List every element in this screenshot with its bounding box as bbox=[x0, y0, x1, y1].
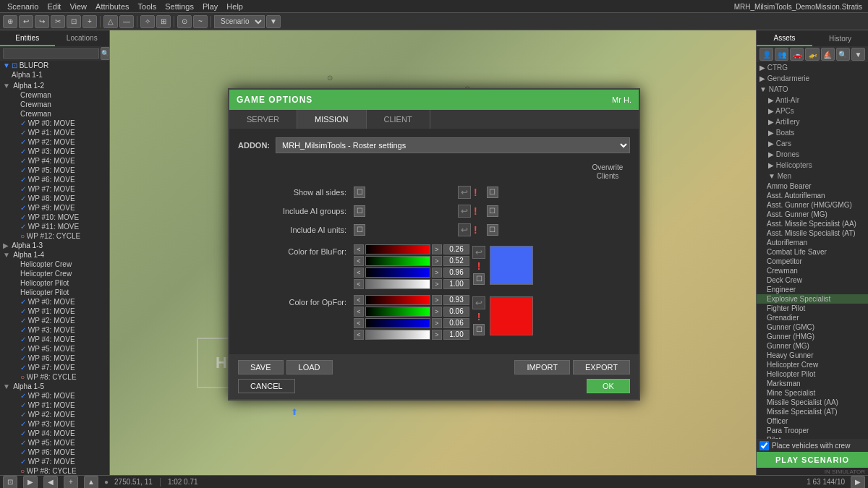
save-button[interactable]: SAVE bbox=[238, 360, 284, 374]
blufor-red-row: < > 0.26 bbox=[354, 244, 469, 254]
dialog-title: GAME OPTIONS bbox=[237, 95, 312, 105]
opfor-blue-row: < > 0.06 bbox=[354, 318, 469, 328]
blufor-undo-btn[interactable]: ↩ bbox=[472, 246, 485, 259]
opfor-alpha-less[interactable]: < bbox=[354, 330, 364, 340]
overwrite-clients-header: OverwriteClients bbox=[590, 163, 626, 181]
dialog-scroll-area: Show all sides: ☐ ↩ ! ☐ Include AI group… bbox=[238, 184, 630, 346]
dialog-tabs: SERVER MISSION CLIENT bbox=[229, 110, 639, 129]
load-button[interactable]: LOAD bbox=[286, 360, 333, 374]
addon-select[interactable]: MRH_MilsimTools - Roster settings bbox=[276, 137, 630, 153]
color-opfor-block: Color for OpFor: < > 0.93 < bbox=[238, 295, 630, 341]
show-all-sides-controls: ☐ ↩ ! ☐ bbox=[354, 186, 505, 199]
dialog-header: GAME OPTIONS Mr H. bbox=[229, 90, 639, 110]
opfor-green-more[interactable]: > bbox=[432, 307, 442, 317]
include-ai-units-undo[interactable]: ↩ bbox=[458, 223, 471, 236]
dialog-overlay: GAME OPTIONS Mr H. SERVER MISSION CLIENT… bbox=[0, 0, 868, 488]
dialog-footer: SAVE LOAD IMPORT EXPORT CANCEL OK bbox=[229, 354, 639, 399]
dialog-tab-server[interactable]: SERVER bbox=[229, 110, 297, 129]
show-all-sides-undo[interactable]: ↩ bbox=[458, 186, 471, 199]
include-ai-groups-undo[interactable]: ↩ bbox=[458, 205, 471, 218]
opfor-color-preview bbox=[490, 296, 533, 335]
setting-row-include-ai-units: Include AI units: ☐ ↩ ! ☐ bbox=[238, 221, 630, 239]
opfor-red-value: 0.93 bbox=[443, 295, 469, 305]
include-ai-groups-label: Include AI groups: bbox=[238, 207, 354, 215]
opfor-blue-more[interactable]: > bbox=[432, 318, 442, 328]
blufor-alpha-value: 1.00 bbox=[443, 279, 469, 289]
blufor-green-bar bbox=[365, 256, 430, 266]
opfor-alpha-bar bbox=[365, 330, 430, 340]
opfor-warn: ! bbox=[477, 311, 481, 322]
blufor-green-less[interactable]: < bbox=[354, 256, 364, 266]
color-blufor-block: Color for BluFor: < > 0.26 < bbox=[238, 244, 630, 291]
include-ai-groups-warn: ! bbox=[474, 205, 477, 217]
include-ai-groups-controls: ☐ ↩ ! ☐ bbox=[354, 205, 505, 218]
color-blufor-label: Color for BluFor: bbox=[238, 244, 354, 256]
include-ai-groups-overwrite[interactable]: ☐ bbox=[487, 205, 498, 217]
blufor-side-controls: ↩ ! ☐ bbox=[472, 244, 485, 285]
opfor-alpha-value: 1.00 bbox=[443, 330, 469, 340]
opfor-green-row: < > 0.06 bbox=[354, 307, 469, 317]
opfor-undo-btn[interactable]: ↩ bbox=[472, 296, 485, 309]
blufor-alpha-less[interactable]: < bbox=[354, 279, 364, 289]
export-button[interactable]: EXPORT bbox=[573, 360, 630, 374]
include-ai-groups-checkbox[interactable]: ☐ bbox=[354, 205, 365, 217]
opfor-blue-value: 0.06 bbox=[443, 318, 469, 328]
import-button[interactable]: IMPORT bbox=[514, 360, 570, 374]
blufor-blue-more[interactable]: > bbox=[432, 267, 442, 278]
opfor-blue-less[interactable]: < bbox=[354, 318, 364, 328]
game-options-dialog: GAME OPTIONS Mr H. SERVER MISSION CLIENT… bbox=[228, 88, 640, 401]
blufor-blue-less[interactable]: < bbox=[354, 267, 364, 278]
include-ai-units-checkbox[interactable]: ☐ bbox=[354, 224, 365, 236]
show-all-sides-overwrite[interactable]: ☐ bbox=[487, 187, 498, 198]
dialog-tab-client[interactable]: CLIENT bbox=[367, 110, 430, 129]
blufor-blue-bar bbox=[365, 267, 430, 278]
blufor-green-more[interactable]: > bbox=[432, 256, 442, 266]
opfor-overwrite-checkbox[interactable]: ☐ bbox=[473, 324, 485, 335]
blufor-warn: ! bbox=[477, 260, 481, 272]
setting-row-show-all-sides: Show all sides: ☐ ↩ ! ☐ bbox=[238, 184, 630, 201]
color-opfor-sliders: < > 0.93 < > 0.06 bbox=[354, 295, 469, 341]
show-all-sides-label: Show all sides: bbox=[238, 188, 354, 197]
footer-top-buttons: SAVE LOAD IMPORT EXPORT bbox=[238, 360, 630, 374]
addon-row: ADDON: MRH_MilsimTools - Roster settings bbox=[238, 137, 630, 153]
show-all-sides-checkbox[interactable]: ☐ bbox=[354, 187, 365, 198]
dialog-content: ADDON: MRH_MilsimTools - Roster settings… bbox=[229, 129, 639, 354]
include-ai-units-warn: ! bbox=[474, 224, 477, 236]
cancel-button[interactable]: CANCEL bbox=[238, 379, 295, 393]
opfor-green-value: 0.06 bbox=[443, 307, 469, 317]
color-blufor-sliders: < > 0.26 < > 0.52 bbox=[354, 244, 469, 291]
opfor-red-more[interactable]: > bbox=[432, 295, 442, 305]
blufor-blue-value: 0.96 bbox=[443, 267, 469, 278]
include-ai-units-label: Include AI units: bbox=[238, 226, 354, 234]
opfor-side-controls: ↩ ! ☐ bbox=[472, 295, 485, 335]
ok-button[interactable]: OK bbox=[587, 379, 630, 393]
addon-label: ADDON: bbox=[238, 141, 270, 150]
opfor-red-bar bbox=[365, 295, 430, 305]
blufor-red-bar bbox=[365, 244, 430, 254]
color-opfor-label: Color for OpFor: bbox=[238, 295, 354, 307]
setting-row-include-ai-groups: Include AI groups: ☐ ↩ ! ☐ bbox=[238, 202, 630, 220]
blufor-color-preview bbox=[490, 246, 533, 285]
show-all-sides-warn: ! bbox=[474, 187, 477, 198]
blufor-overwrite-checkbox[interactable]: ☐ bbox=[473, 273, 485, 285]
dialog-user: Mr H. bbox=[612, 95, 631, 104]
blufor-red-more[interactable]: > bbox=[432, 244, 442, 254]
blufor-alpha-bar bbox=[365, 279, 430, 289]
opfor-blue-bar bbox=[365, 318, 430, 328]
include-ai-units-controls: ☐ ↩ ! ☐ bbox=[354, 223, 505, 236]
include-ai-units-overwrite[interactable]: ☐ bbox=[487, 224, 498, 236]
blufor-red-less[interactable]: < bbox=[354, 244, 364, 254]
opfor-alpha-row: < > 1.00 bbox=[354, 330, 469, 340]
blufor-green-row: < > 0.52 bbox=[354, 256, 469, 266]
opfor-green-bar bbox=[365, 307, 430, 317]
blufor-alpha-row: < > 1.00 bbox=[354, 279, 469, 289]
dialog-tab-mission[interactable]: MISSION bbox=[297, 110, 366, 129]
blufor-blue-row: < > 0.96 bbox=[354, 267, 469, 278]
opfor-red-less[interactable]: < bbox=[354, 295, 364, 305]
footer-bottom-buttons: CANCEL OK bbox=[238, 379, 630, 393]
blufor-alpha-more[interactable]: > bbox=[432, 279, 442, 289]
opfor-green-less[interactable]: < bbox=[354, 307, 364, 317]
blufor-green-value: 0.52 bbox=[443, 256, 469, 266]
blufor-red-value: 0.26 bbox=[443, 244, 469, 254]
opfor-alpha-more[interactable]: > bbox=[432, 330, 442, 340]
